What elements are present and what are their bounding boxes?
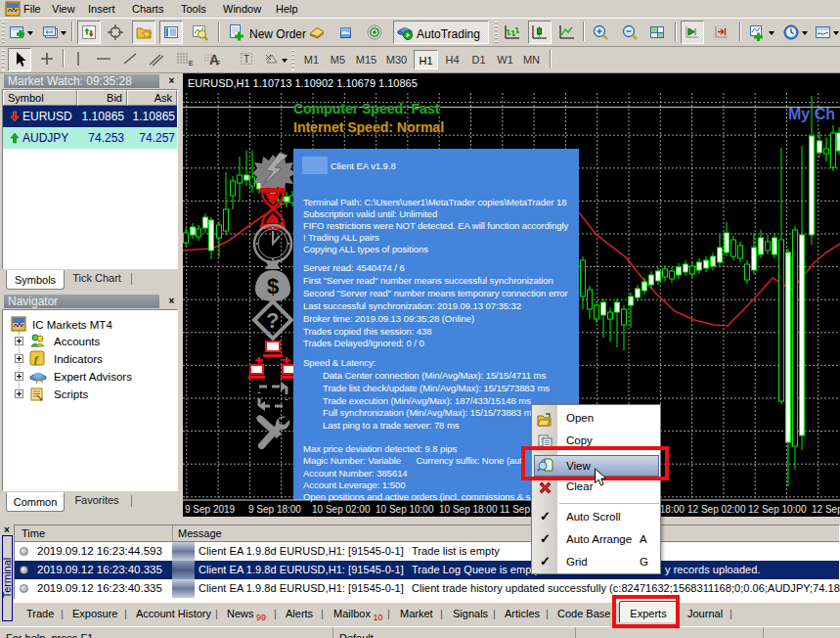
svg-text:Full synchronization (Min/Avg/: Full synchronization (Min/Avg/Max): 15/1…: [323, 407, 537, 418]
svg-text:Client EA v1.9.8: Client EA v1.9.8: [331, 160, 396, 171]
svg-text:9 Sep 2019: 9 Sep 2019: [185, 504, 236, 515]
svg-text:Subscription valid until: Unli: Subscription valid until: Unlimited: [303, 208, 437, 219]
svg-text:12 Sep: 12 Sep: [812, 504, 840, 515]
svg-text:My Ch: My Ch: [788, 106, 835, 122]
svg-text:T: T: [243, 54, 249, 65]
svg-text:Broker time: 2019.09.13 09:35:: Broker time: 2019.09.13 09:35:28 (Online…: [303, 313, 474, 324]
svg-text:Speed & Latency:: Speed & Latency:: [303, 357, 376, 368]
svg-text:12 Sep 10:00: 12 Sep 10:00: [748, 504, 807, 515]
svg-text:Trades Delayed/Ignored: 0 / 0: Trades Delayed/Ignored: 0 / 0: [303, 338, 424, 348]
svg-text:Computer Speed: Fast: Computer Speed: Fast: [293, 101, 440, 116]
svg-text:Copying ALL types of positions: Copying ALL types of positions: [303, 244, 428, 254]
svg-text:Internet Speed: Normal: Internet Speed: Normal: [293, 119, 444, 135]
svg-text:12 Sep 02:00: 12 Sep 02:00: [687, 504, 746, 515]
svg-text:10 Sep 02:00: 10 Sep 02:00: [312, 504, 371, 515]
svg-text:! Trading ALL pairs: ! Trading ALL pairs: [303, 232, 379, 243]
svg-text:10 Sep 18:00: 10 Sep 18:00: [439, 504, 498, 515]
svg-text:Last successful synchronizatio: Last successful synchronization: 2019.09…: [303, 300, 521, 311]
svg-text:?: ?: [266, 308, 279, 333]
svg-text:Trade list check/update (Min/A: Trade list check/update (Min/Avg/Max): 1…: [323, 383, 550, 393]
svg-text:Max price deviation detected:: Max price deviation detected: 9.8 pips: [303, 443, 458, 454]
svg-text:Magic Number: Variable Cu: Magic Number: Variable Currency suffix: …: [303, 455, 522, 466]
svg-text:Account Number: 385614: Account Number: 385614: [303, 468, 408, 478]
svg-text:Account Leverage: 1:500: Account Leverage: 1:500: [303, 479, 405, 490]
svg-text:9 Sep 18:00: 9 Sep 18:00: [248, 504, 301, 515]
svg-text:Server read: 4540474 / 6: Server read: 4540474 / 6: [303, 262, 405, 273]
svg-text:$: $: [267, 274, 279, 298]
svg-text:Second "Server read" number me: Second "Server read" number means tempor…: [303, 288, 569, 298]
svg-text:Data Center connection (Min/Av: Data Center connection (Min/Avg/Max): 15…: [323, 370, 546, 381]
svg-text:Trade execution (Min/Avg/Max):: Trade execution (Min/Avg/Max): 187/433/1…: [323, 395, 531, 406]
svg-text:FIFO restrictions were NOT det: FIFO restrictions were NOT detected. EA …: [303, 220, 568, 231]
svg-text:Last ping to a trade server: 7: Last ping to a trade server: 78 ms: [323, 420, 460, 431]
svg-text:First "Server read" number mea: First "Server read" number means success…: [303, 275, 553, 286]
svg-text:Trades copied this session: 43: Trades copied this session: 438: [303, 326, 431, 337]
svg-text:E: E: [189, 60, 194, 67]
svg-text:EURUSD,H1 1.10713 1.10902 1.1: EURUSD,H1 1.10713 1.10902 1.10679 1.1086…: [188, 77, 418, 89]
svg-text:10 Sep 10:00: 10 Sep 10:00: [376, 504, 434, 515]
svg-text:Terminal Path: C:\Users\user1\: Terminal Path: C:\Users\user1\MetaTrader…: [303, 197, 566, 207]
